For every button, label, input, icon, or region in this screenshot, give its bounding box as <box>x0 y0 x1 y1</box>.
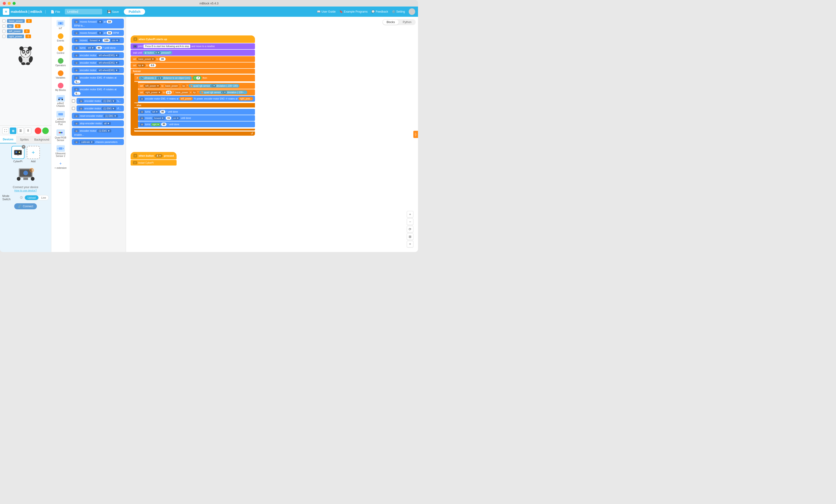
print-block[interactable]: 📺 print Press B to start line following … <box>131 43 255 49</box>
category-operators[interactable]: Operators <box>53 57 69 68</box>
category-my-blocks[interactable]: My Blocks <box>53 81 69 93</box>
category-iot[interactable]: IoT <box>53 19 69 31</box>
set-base-power-block[interactable]: set base_power ▼ to 30 <box>131 56 255 62</box>
set-kp-block[interactable]: set kp ▼ to 0.5 <box>131 62 255 68</box>
project-title-input[interactable] <box>65 9 102 15</box>
setting-button[interactable]: ⚙️ Setting <box>392 10 405 13</box>
moves-forward-dd[interactable]: forward ▼ <box>153 117 165 120</box>
hat-button-a[interactable]: ⚡ when button A ▼ pressed <box>131 152 176 159</box>
feedback-button[interactable]: 💬 Feedback <box>371 10 388 13</box>
minimize-button[interactable] <box>8 2 11 5</box>
upload-mode-btn[interactable]: Upload <box>25 195 38 200</box>
example-programs-button[interactable]: 🔖 Example Programs <box>339 10 368 13</box>
base-power-var-dd[interactable]: base_power ▼ <box>137 57 155 61</box>
block-dd-3[interactable]: left ▼ <box>86 46 95 50</box>
wait-until-block[interactable]: wait until 🖥 button B ▼ pressed? <box>131 50 255 56</box>
live-mode-btn[interactable]: Live <box>38 195 49 200</box>
set-left-power-block[interactable]: set left_power ▼ to base_power - kp * <box>138 83 255 89</box>
window-controls[interactable] <box>3 2 16 5</box>
block-dd-calibrate[interactable]: calibrate ▼ <box>80 140 94 143</box>
block-item-5[interactable]: 🤖 encoder motor left wheel(EM1) ▼ <box>72 60 124 66</box>
user-avatar[interactable] <box>408 8 415 15</box>
file-menu[interactable]: 📄 File <box>49 9 62 15</box>
block-item-calibrate[interactable]: 🤖 calibrate ▼ chassis parameters <box>72 139 124 145</box>
moves-forward-15-block[interactable]: 🤖 moves forward ▼ 15 cm ▼ until done <box>138 115 255 121</box>
block-item-12[interactable]: 🤖 encoder motor (1) EM1 ▼ enable... <box>72 128 124 138</box>
category-ultrasonic[interactable]: Ultrasonic Sensor 2 <box>53 144 69 159</box>
turns-left-dd[interactable]: left ▼ <box>151 110 159 114</box>
block-dd-stop[interactable]: all ▼ <box>103 122 111 125</box>
tab-background[interactable]: Background <box>33 136 51 143</box>
category-variables[interactable]: Variables <box>53 69 69 80</box>
left-power-dd[interactable]: left_power ▼ <box>144 84 160 88</box>
block-item-8[interactable]: 🤖 encoder motor EM1 ↺ rotates at 5... <box>72 86 124 97</box>
view-list-button[interactable]: ☰ <box>17 128 24 134</box>
stop-button[interactable] <box>35 128 41 134</box>
category-events[interactable]: Events <box>53 32 69 43</box>
block-item-9[interactable]: 🤖 encoder motor (1) EM1 ▼ 's... <box>77 98 124 104</box>
view-dots-button[interactable]: ⠿ <box>25 128 31 134</box>
tab-devices[interactable]: Devices <box>0 136 16 143</box>
add-device-btn[interactable]: + <box>27 146 40 159</box>
zoom-reset-button[interactable]: ⟳ <box>407 226 413 232</box>
block-item-7[interactable]: 🤖 encoder motor EM1 ↺ rotates at 5... <box>72 75 124 85</box>
var-left-power-checkbox[interactable] <box>2 30 5 33</box>
if-header-block[interactable]: if 🔊 ultrasonic 2 1 ▼ distance to an obj… <box>134 75 255 81</box>
connect-button[interactable]: 🔗 Connect <box>14 203 37 209</box>
block-item-0[interactable]: 🤖 moves forward ▼ at 50 RPM fo... <box>72 19 124 28</box>
how-to-device-link[interactable]: How to use device? <box>15 189 37 192</box>
view-expand-button[interactable]: ⛶ <box>2 128 9 134</box>
var-kp-checkbox[interactable] <box>2 24 5 28</box>
ultrasonic-dd[interactable]: 1 ▼ <box>157 77 162 79</box>
mode-switch-info-icon[interactable]: ⓘ <box>20 196 23 199</box>
block-dd-1[interactable]: ▼ <box>97 32 102 35</box>
zoom-equals-button[interactable]: = <box>407 241 413 247</box>
tab-sprites[interactable]: Sprites <box>16 136 32 143</box>
category-mbot2chassis[interactable]: mBot2 Chassis <box>53 94 69 109</box>
block-item-4[interactable]: 🤖 encoder motor left wheel(EM1) ▼ <box>72 52 124 58</box>
run-button[interactable] <box>42 128 49 134</box>
block-checkbox-10[interactable] <box>72 107 75 110</box>
hat-cyberpi-starts[interactable]: ⚡ when CyberPi starts up <box>131 35 255 43</box>
block-dd-2a[interactable]: forward ▼ <box>88 39 102 42</box>
block-item-1[interactable]: 🤖 moves forward ▼ at 50 RPM <box>72 30 124 36</box>
zoom-in-button[interactable]: + <box>407 211 413 217</box>
block-dd-4[interactable]: left wheel(EM1) ▼ <box>97 54 119 57</box>
turns-right-block[interactable]: 🤖 turns right ▼ 90 ° until done <box>138 121 255 127</box>
block-dd-5[interactable]: left wheel(EM1) ▼ <box>97 61 119 64</box>
set-right-power-block[interactable]: set right_power ▼ to (-1) * base_power +… <box>138 89 255 95</box>
turns-right-dd[interactable]: right ▼ <box>151 123 160 126</box>
block-item-11[interactable]: 🤖 reset encoder motor (1) EM1 ▼ ... <box>72 113 124 119</box>
block-item-10[interactable]: 🤖 encoder motor (1) EM1 ▼ ↺... <box>77 105 124 112</box>
block-dd-12[interactable]: (1) EM1 ▼ <box>97 129 111 132</box>
forever-header[interactable]: forever <box>131 69 255 74</box>
block-dd-2b[interactable]: cm ▼ <box>111 39 120 42</box>
close-button[interactable] <box>3 2 6 5</box>
button-dropdown[interactable]: B ▼ <box>155 51 160 54</box>
var-base-power-checkbox[interactable] <box>2 19 5 23</box>
kp-var-dd[interactable]: kp ▼ <box>137 64 145 67</box>
maximize-button[interactable] <box>13 2 16 5</box>
block-dd-11[interactable]: (1) EM1 ▼ <box>103 114 117 117</box>
category-quadrgb[interactable]: Quad RGB Sensor <box>53 128 69 143</box>
save-button[interactable]: 💾 Save <box>105 9 121 15</box>
publish-button[interactable]: Publish <box>124 8 145 15</box>
sensor-dd-2[interactable]: 1 ▼ <box>221 91 227 94</box>
block-item-2[interactable]: 🤖 moves forward ▼ 100 cm ▼ <box>72 37 124 43</box>
block-item-stop[interactable]: 🤖 stop encoder motor all ▼ <box>72 120 124 127</box>
block-item-3[interactable]: 🤖 turns left ▼ 90 ° until done <box>72 45 124 51</box>
block-dd-9[interactable]: (1) EM1 ▼ <box>102 99 116 102</box>
block-dd-10[interactable]: (1) EM1 ▼ <box>102 107 116 110</box>
category-extension[interactable]: + + extension <box>53 160 69 171</box>
device-item-add[interactable]: + Add <box>27 146 40 163</box>
device-item-cyberpi[interactable]: ✕ CyberPi <box>12 146 24 163</box>
category-mbot2ext[interactable]: mBot2 Extension Port <box>53 110 69 127</box>
zoom-fit-button[interactable]: ⊞ <box>407 233 413 240</box>
user-guide-button[interactable]: 📖 User Guide <box>317 10 336 13</box>
sensor-dd-1[interactable]: 1 ▼ <box>211 84 216 87</box>
restart-cyberpi-block[interactable]: ⚡ restart CyberPi <box>131 160 176 166</box>
right-power-dd[interactable]: right_power ▼ <box>144 91 162 94</box>
zoom-out-button[interactable]: − <box>407 218 413 225</box>
category-control[interactable]: Control <box>53 44 69 56</box>
motor-run-block[interactable]: 🤖 encoder motor EM1 ↺ rotates at left_po… <box>138 96 255 102</box>
